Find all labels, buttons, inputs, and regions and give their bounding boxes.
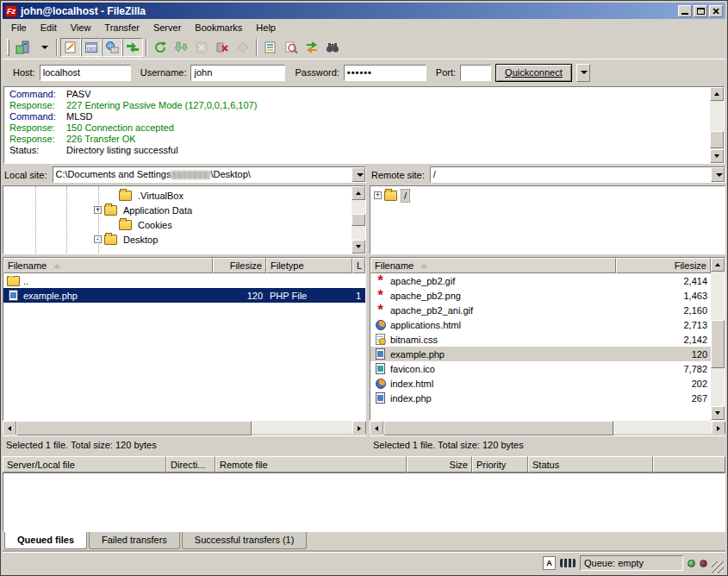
site-manager-dropdown[interactable]: [33, 38, 53, 57]
tree-item-desktop[interactable]: -Desktop: [3, 232, 352, 247]
minimize-button[interactable]: [678, 5, 692, 17]
disconnect-button[interactable]: [212, 38, 233, 57]
toggle-transfer-queue-button[interactable]: [122, 38, 143, 57]
menu-file[interactable]: File: [4, 20, 34, 35]
column-header-size[interactable]: Size: [407, 456, 472, 473]
reconnect-button[interactable]: [233, 38, 253, 57]
tab-failed-transfers[interactable]: Failed transfers: [89, 532, 180, 549]
file-row[interactable]: *apache_pb2_ani.gif2,160: [370, 303, 711, 317]
scroll-down-button[interactable]: [711, 406, 725, 420]
scrollbar-thumb[interactable]: [710, 131, 724, 148]
password-label: Password:: [295, 67, 339, 78]
column-header-filename[interactable]: Filename: [3, 258, 213, 273]
find-button[interactable]: [322, 38, 343, 57]
tab-successful-transfers[interactable]: Successful transfers (1): [182, 532, 308, 549]
toolbar-separator: [256, 39, 258, 56]
password-input[interactable]: [344, 65, 426, 81]
remote-hscrollbar[interactable]: [370, 421, 725, 435]
log-scrollbar[interactable]: [710, 87, 724, 163]
file-row-example-php[interactable]: example.php 120 PHP File 1: [3, 288, 365, 303]
toolbar-gripper[interactable]: [7, 39, 9, 56]
tree-item-root[interactable]: +/: [370, 188, 725, 203]
menu-bookmarks[interactable]: Bookmarks: [188, 20, 249, 35]
host-input[interactable]: [40, 65, 131, 81]
menu-server[interactable]: Server: [146, 20, 188, 35]
column-header-filename[interactable]: Filename: [370, 258, 616, 273]
menu-transfer[interactable]: Transfer: [97, 20, 146, 35]
column-header-status[interactable]: Status: [528, 456, 653, 473]
expand-icon[interactable]: +: [374, 191, 382, 199]
toggle-message-log-button[interactable]: [60, 38, 81, 57]
folder-icon: [119, 191, 132, 201]
local-path-combo[interactable]: C:\Documents and Settings\Desktop\: [53, 166, 366, 183]
column-header-filetype[interactable]: Filetype: [266, 258, 352, 273]
menu-help[interactable]: Help: [249, 20, 283, 35]
file-row[interactable]: *apache_pb2.gif2,414: [370, 273, 711, 288]
column-header-server-local-file[interactable]: Server/Local file: [3, 456, 166, 473]
close-button[interactable]: ✕: [709, 5, 723, 17]
tab-queued-files[interactable]: Queued files: [4, 532, 87, 549]
scroll-up-button[interactable]: [711, 258, 725, 272]
local-hscrollbar[interactable]: [3, 421, 366, 435]
toolbar-separator: [56, 39, 58, 56]
quickconnect-button[interactable]: Quickconnect: [495, 64, 572, 82]
scroll-up-button[interactable]: [352, 186, 365, 200]
local-pane: Local site: C:\Documents and Settings\De…: [3, 166, 366, 454]
tree-item-application-data[interactable]: +Application Data: [3, 203, 352, 217]
scroll-up-button[interactable]: [710, 87, 724, 101]
arrow-left-icon: [8, 426, 11, 431]
remote-site-bar: Remote site: /: [370, 166, 725, 184]
toggle-remote-tree-button[interactable]: [102, 38, 122, 57]
chevron-down-icon: [716, 173, 723, 177]
menu-edit[interactable]: Edit: [34, 20, 64, 35]
scrollbar-thumb[interactable]: [16, 421, 252, 435]
menu-view[interactable]: View: [64, 20, 98, 35]
quickconnect-dropdown[interactable]: [576, 64, 590, 82]
folder-icon: [384, 191, 397, 201]
file-row[interactable]: *apache_pb2.png1,463: [370, 288, 711, 303]
column-header-direction[interactable]: Directi...: [166, 456, 215, 473]
scrollbar-thumb[interactable]: [711, 320, 725, 368]
resize-grip[interactable]: [712, 561, 724, 573]
file-row[interactable]: index.php267: [370, 391, 711, 405]
site-manager-button[interactable]: [12, 38, 33, 57]
filter-button[interactable]: [260, 38, 281, 57]
remote-path-combo[interactable]: /: [430, 166, 725, 183]
tree-item-cookies[interactable]: Cookies: [3, 217, 352, 232]
maximize-button[interactable]: [694, 5, 707, 17]
column-header-last-modified[interactable]: L: [352, 258, 365, 273]
directory-comparison-button[interactable]: [281, 38, 302, 57]
column-header-priority[interactable]: Priority: [472, 456, 528, 473]
column-header-filesize[interactable]: Filesize: [213, 258, 266, 273]
remote-path-dropdown[interactable]: [711, 167, 725, 182]
toggle-local-tree-button[interactable]: [81, 38, 102, 57]
scroll-left-button[interactable]: [370, 421, 383, 435]
scroll-left-button[interactable]: [3, 421, 16, 435]
local-tree-scrollbar[interactable]: [352, 186, 365, 254]
scroll-right-button[interactable]: [352, 421, 366, 435]
refresh-button[interactable]: [150, 38, 171, 57]
synchronized-browsing-button[interactable]: [302, 38, 322, 57]
scroll-right-button[interactable]: [712, 421, 725, 435]
file-row[interactable]: applications.html2,713: [370, 317, 711, 332]
username-input[interactable]: [190, 65, 285, 81]
scrollbar-thumb[interactable]: [352, 214, 365, 226]
process-queue-button[interactable]: [171, 38, 191, 57]
local-path-dropdown[interactable]: [352, 167, 365, 182]
cancel-operation-button[interactable]: [191, 38, 212, 57]
log-line: Response:150 Connection accepted: [4, 122, 710, 134]
scroll-down-button[interactable]: [710, 149, 724, 163]
port-input[interactable]: [460, 65, 491, 81]
scrollbar-thumb[interactable]: [383, 421, 613, 435]
column-header-remote-file[interactable]: Remote file: [215, 456, 407, 473]
file-row-selected[interactable]: example.php120: [370, 347, 711, 361]
php-file-icon: [374, 348, 387, 360]
file-row[interactable]: index.html202: [370, 376, 711, 391]
file-row[interactable]: favicon.ico7,782: [370, 361, 711, 376]
column-header-filesize[interactable]: Filesize: [616, 258, 711, 273]
tree-item-virtualbox[interactable]: .VirtualBox: [3, 188, 352, 203]
scroll-down-button[interactable]: [352, 240, 365, 254]
file-row-parent-dir[interactable]: ..: [3, 273, 365, 288]
file-row[interactable]: bitnami.css2,142: [370, 332, 711, 347]
remote-list-scrollbar[interactable]: [711, 258, 725, 420]
